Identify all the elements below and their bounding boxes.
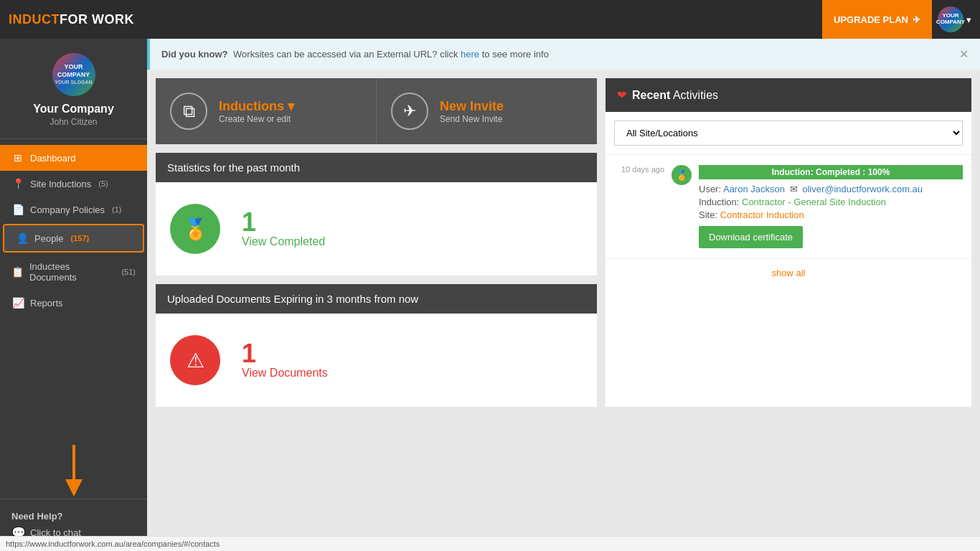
sidebar-item-label: Inductees Documents [29, 261, 114, 283]
activity-user: User: Aaron Jackson ✉ oliver@inductforwo… [699, 184, 963, 194]
show-all-area: show all [606, 259, 971, 287]
notification-suffix: to see more info [482, 49, 549, 60]
main-content: Did you know? Worksites can be accessed … [147, 39, 980, 551]
inductions-card[interactable]: ⧉ Inductions ▾ Create New or edit [156, 78, 377, 144]
heart-icon: ❤ [617, 88, 626, 102]
inductions-title: Inductions ▾ [219, 98, 294, 114]
completed-circle: 🏅 [170, 204, 220, 254]
activity-medal-icon: 🏅 [672, 165, 692, 185]
email-icon: ✉ [790, 184, 798, 194]
activity-induction: Induction: Contractor - General Site Ind… [699, 197, 963, 207]
policies-icon: 📄 [11, 204, 24, 215]
documents-body: ⚠ 1 View Documents [156, 314, 597, 407]
completed-stat-info: 1 View Completed [242, 209, 325, 248]
sidebar-item-label: Reports [30, 298, 63, 309]
stats-card: Statistics for the past month 🏅 1 View C… [156, 153, 597, 276]
sidebar-user-name: John Citizen [50, 117, 97, 127]
upgrade-label: UPGRADE PLAN [834, 14, 908, 25]
notification-link[interactable]: here [461, 49, 479, 60]
activity-site: Site: Contractor Induction [699, 209, 963, 220]
progress-bar: Induction: Completed : 100% [699, 165, 963, 179]
brand-logo: INDUCTFOR WORK [9, 12, 134, 27]
dropdown-chevron-icon: ▾ [966, 14, 971, 25]
company-selector[interactable]: YOURCOMPANY ▾ [938, 6, 971, 32]
warning-icon: ⚠ [187, 349, 204, 372]
new-invite-card-text: New Invite Send New Invite [440, 99, 504, 124]
documents-count: 1 [242, 341, 328, 367]
activity-time: 10 days ago [614, 165, 664, 248]
location-select-wrap: All Site/Locations Site 1 Site 2 [606, 112, 971, 155]
copy-icon: ⧉ [183, 101, 195, 121]
induction-name-link[interactable]: Contractor - General Site Induction [742, 197, 886, 207]
sidebar-item-label: Dashboard [30, 153, 76, 164]
documents-card: Uploaded Documents Expiring in 3 months … [156, 284, 597, 407]
site-inductions-badge: (5) [98, 179, 108, 188]
medal-icon: 🏅 [183, 217, 208, 241]
stats-body: 🏅 1 View Completed [156, 182, 597, 276]
induction-label: Induction: [699, 197, 742, 207]
send-icon: ✈ [403, 102, 416, 121]
recent-activities-panel: ❤ Recent Activities All Site/Locations S… [606, 78, 971, 407]
completed-number: 1 [242, 209, 325, 235]
status-url: https://www.inductforwork.com.au/area/co… [6, 540, 220, 548]
dashboard-icon: ⊞ [11, 152, 24, 164]
top-navigation: INDUCTFOR WORK UPGRADE PLAN ✈ YOURCOMPAN… [0, 0, 980, 39]
notification-message: Worksites can be accessed via an Externa… [233, 49, 461, 60]
status-bar: https://www.inductforwork.com.au/area/co… [0, 536, 980, 551]
arrow-indicator-area [0, 434, 147, 499]
did-you-know-label: Did you know? [161, 49, 227, 60]
sidebar: YOURCOMPANYYOUR SLOGAN Your Company John… [0, 39, 147, 551]
documents-stat-info: 1 View Documents [242, 341, 328, 380]
action-cards: ⧉ Inductions ▾ Create New or edit ✈ [156, 78, 597, 144]
documents-header: Uploaded Documents Expiring in 3 months … [156, 284, 597, 314]
view-documents-label[interactable]: View Documents [242, 367, 328, 380]
need-help-label: Need Help? [11, 511, 136, 522]
sidebar-item-people[interactable]: 👤 People (157) [3, 224, 144, 253]
sidebar-profile: YOURCOMPANYYOUR SLOGAN Your Company John… [0, 39, 147, 139]
top-nav-right: UPGRADE PLAN ✈ YOURCOMPANY ▾ [822, 0, 971, 39]
sidebar-item-dashboard[interactable]: ⊞ Dashboard [0, 145, 147, 171]
sidebar-item-label: Site Inductions [30, 179, 91, 189]
company-avatar-top: YOURCOMPANY [938, 6, 963, 32]
activity-user-name-link[interactable]: Aaron Jackson [723, 184, 785, 194]
sidebar-item-reports[interactable]: 📈 Reports [0, 290, 147, 316]
user-label: User: [699, 184, 723, 194]
new-invite-subtitle: Send New Invite [440, 114, 504, 124]
location-icon: 📍 [11, 178, 24, 189]
upgrade-plan-button[interactable]: UPGRADE PLAN ✈ [822, 0, 932, 39]
view-completed-label[interactable]: View Completed [242, 235, 325, 248]
inductions-subtitle: Create New or edit [219, 114, 294, 124]
sidebar-item-company-policies[interactable]: 📄 Company Policies (1) [0, 197, 147, 222]
download-certificate-button[interactable]: Download certificate [699, 226, 803, 248]
avatar: YOURCOMPANYYOUR SLOGAN [52, 53, 95, 96]
new-invite-icon: ✈ [391, 93, 428, 130]
sidebar-item-inductees-documents[interactable]: 📋 Inductees Documents (51) [0, 254, 147, 290]
sidebar-item-label: Company Policies [30, 204, 105, 215]
stats-header: Statistics for the past month [156, 153, 597, 182]
left-panel: ⧉ Inductions ▾ Create New or edit ✈ [156, 78, 597, 407]
activity-user-email-link[interactable]: oliver@inductforwork.com.au [802, 184, 923, 194]
sidebar-nav: ⊞ Dashboard 📍 Site Inductions (5) 📄 Comp… [0, 139, 147, 434]
close-notification-button[interactable]: ✕ [959, 47, 969, 61]
show-all-link[interactable]: show all [772, 268, 806, 278]
recent-header: ❤ Recent Activities [606, 78, 971, 112]
sidebar-item-site-inductions[interactable]: 📍 Site Inductions (5) [0, 171, 147, 197]
arrow-indicator-icon [52, 441, 95, 499]
reports-icon: 📈 [11, 297, 24, 309]
warning-circle: ⚠ [170, 335, 220, 385]
company-policies-badge: (1) [112, 205, 121, 214]
content-area: ⧉ Inductions ▾ Create New or edit ✈ [147, 70, 980, 415]
new-invite-card[interactable]: ✈ New Invite Send New Invite [377, 78, 597, 144]
recent-title: Recent Activities [632, 89, 718, 102]
notification-banner: Did you know? Worksites can be accessed … [147, 39, 980, 70]
people-badge: (157) [70, 234, 89, 242]
inductees-documents-badge: (51) [121, 268, 136, 276]
inductions-icon: ⧉ [170, 93, 207, 130]
sidebar-company-name: Your Company [33, 102, 114, 116]
inductions-card-text: Inductions ▾ Create New or edit [219, 98, 294, 124]
location-select[interactable]: All Site/Locations Site 1 Site 2 [614, 121, 963, 146]
main-layout: YOURCOMPANYYOUR SLOGAN Your Company John… [0, 39, 980, 551]
site-name-link[interactable]: Contractor Induction [720, 209, 804, 220]
site-label: Site: [699, 209, 720, 220]
new-invite-title: New Invite [440, 99, 504, 114]
